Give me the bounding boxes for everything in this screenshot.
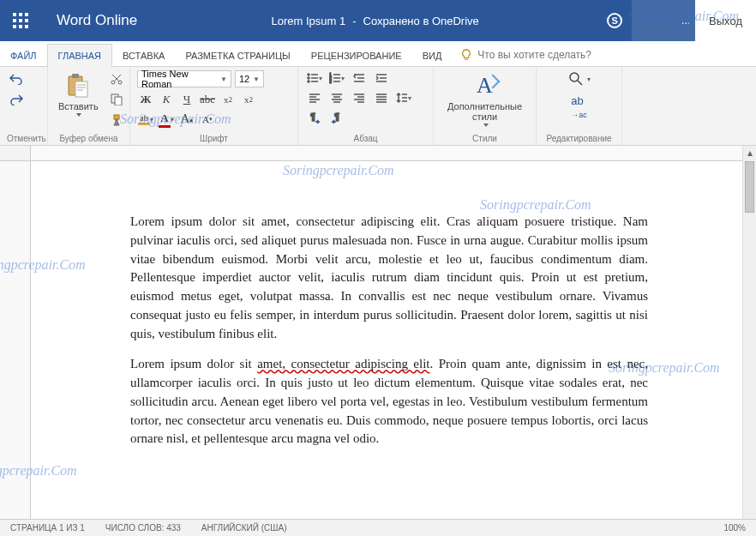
- brush-icon: [111, 114, 123, 126]
- font-size-select[interactable]: 12▼: [235, 70, 264, 87]
- tab-review[interactable]: РЕЦЕНЗИРОВАНИЕ: [301, 45, 412, 66]
- format-painter-button[interactable]: [107, 111, 126, 129]
- increase-indent-button[interactable]: [372, 70, 391, 86]
- svg-rect-8: [25, 25, 28, 28]
- tab-file[interactable]: ФАЙЛ: [0, 45, 47, 66]
- undo-button[interactable]: [7, 70, 26, 87]
- user-menu-ellipsis: ...: [681, 15, 690, 27]
- find-button[interactable]: ▾: [567, 70, 591, 87]
- group-label-editing: Редактирование: [543, 132, 615, 143]
- app-name-link[interactable]: Word Online: [41, 12, 153, 29]
- cut-button[interactable]: [107, 70, 126, 87]
- ruler-corner: [0, 146, 31, 161]
- status-word-count[interactable]: ЧИСЛО СЛОВ: 433: [95, 523, 191, 533]
- tab-home[interactable]: ГЛАВНАЯ: [47, 44, 112, 67]
- svg-rect-10: [72, 74, 79, 78]
- tell-me-search[interactable]: Что вы хотите сделать?: [452, 44, 600, 66]
- font-name-value: Times New Roman: [141, 69, 220, 89]
- font-color-button[interactable]: A▾: [158, 111, 175, 127]
- decrease-indent-button[interactable]: [350, 70, 369, 86]
- italic-button[interactable]: К: [158, 92, 175, 107]
- skype-icon: S: [607, 13, 622, 28]
- svg-rect-11: [75, 81, 87, 97]
- undo-icon: [9, 73, 23, 85]
- replace-button[interactable]: ab→ac: [571, 94, 587, 120]
- align-right-button[interactable]: [350, 90, 369, 105]
- vertical-ruler[interactable]: [0, 161, 31, 536]
- saved-location[interactable]: Сохранено в OneDrive: [363, 15, 479, 27]
- font-size-value: 12: [239, 74, 249, 84]
- superscript-button[interactable]: x2: [240, 92, 257, 107]
- align-justify-icon: [375, 92, 387, 104]
- align-center-button[interactable]: [327, 90, 346, 105]
- status-language[interactable]: АНГЛИЙСКИЙ (США): [191, 523, 297, 533]
- align-left-icon: [309, 92, 321, 104]
- copy-icon: [111, 93, 123, 105]
- skype-button[interactable]: S: [597, 0, 632, 41]
- rtl-button[interactable]: ¶: [327, 110, 346, 125]
- paste-button[interactable]: Вставить: [55, 70, 102, 118]
- group-label-font: Шрифт: [137, 132, 291, 143]
- svg-point-25: [570, 73, 579, 81]
- vertical-scrollbar[interactable]: ▴ ▾: [742, 146, 756, 536]
- horizontal-ruler[interactable]: [31, 146, 742, 161]
- font-name-select[interactable]: Times New Roman▼: [137, 70, 231, 87]
- status-zoom[interactable]: 100%: [713, 523, 756, 533]
- svg-rect-5: [25, 19, 28, 22]
- group-editing: ▾ ab→ac Редактирование: [537, 67, 622, 145]
- group-label-undo: Отменить: [7, 132, 40, 143]
- svg-point-19: [308, 81, 309, 82]
- scroll-thumb[interactable]: [745, 161, 754, 213]
- subscript-button[interactable]: x2: [219, 92, 237, 107]
- svg-point-17: [308, 74, 309, 75]
- line-spacing-button[interactable]: ▾: [394, 90, 413, 105]
- underline-button[interactable]: Ч: [178, 92, 195, 107]
- align-center-icon: [331, 92, 343, 104]
- styles-button[interactable]: A Дополнительные стили: [441, 70, 529, 129]
- scroll-up-button[interactable]: ▴: [743, 146, 756, 160]
- document-page[interactable]: Lorem ipsum dolor sit amet, consectetur …: [31, 161, 742, 536]
- svg-rect-1: [19, 13, 22, 16]
- shrink-font-button[interactable]: A▾: [199, 111, 216, 127]
- user-menu-button[interactable]: ...: [632, 0, 695, 41]
- spelling-error[interactable]: amet, consectetur adipiscing elit: [257, 357, 429, 370]
- tab-layout[interactable]: РАЗМЕТКА СТРАНИЦЫ: [175, 45, 300, 66]
- paragraph-2[interactable]: Lorem ipsum dolor sit amet, consectetur …: [130, 355, 648, 449]
- svg-text:¶: ¶: [310, 111, 315, 122]
- document-name[interactable]: Lorem Ipsum 1: [271, 15, 345, 27]
- paragraph-1[interactable]: Lorem ipsum dolor sit amet, consectetur …: [130, 213, 648, 343]
- styles-dropdown-icon: [483, 123, 489, 127]
- group-styles: A Дополнительные стили Стили: [434, 67, 537, 145]
- align-justify-button[interactable]: [372, 90, 391, 105]
- align-right-icon: [353, 92, 365, 104]
- tab-insert[interactable]: ВСТАВКА: [112, 45, 175, 66]
- svg-rect-7: [19, 25, 22, 28]
- svg-rect-0: [13, 13, 16, 16]
- bullets-button[interactable]: ▾: [305, 70, 324, 86]
- title-bar: Word Online Lorem Ipsum 1 - Сохранено в …: [0, 0, 756, 41]
- app-launcher-button[interactable]: [0, 0, 41, 41]
- copy-button[interactable]: [107, 91, 126, 108]
- align-left-button[interactable]: [305, 90, 324, 105]
- pilcrow-rtl-icon: ¶: [331, 111, 343, 123]
- grow-font-button[interactable]: A▴: [178, 111, 195, 127]
- styles-icon: A: [477, 73, 493, 99]
- svg-rect-6: [13, 25, 16, 28]
- svg-rect-4: [19, 19, 22, 22]
- group-paragraph: ▾ 123▾ ▾ ¶ ¶ Абзац: [298, 67, 434, 145]
- strikethrough-button[interactable]: abc: [199, 92, 216, 107]
- ltr-button[interactable]: ¶: [305, 110, 324, 125]
- tab-view[interactable]: ВИД: [412, 45, 453, 66]
- waffle-icon: [13, 13, 28, 28]
- bold-button[interactable]: Ж: [137, 92, 154, 107]
- redo-button[interactable]: [7, 91, 26, 108]
- highlight-swatch: [138, 123, 150, 125]
- highlight-color-button[interactable]: ab▾: [137, 111, 154, 127]
- status-page[interactable]: СТРАНИЦА 1 ИЗ 1: [0, 523, 95, 533]
- status-bar: СТРАНИЦА 1 ИЗ 1 ЧИСЛО СЛОВ: 433 АНГЛИЙСК…: [0, 519, 756, 536]
- sign-out-button[interactable]: Выход: [695, 0, 756, 41]
- numbering-button[interactable]: 123▾: [327, 70, 346, 86]
- font-color-swatch: [159, 125, 171, 128]
- title-separator: -: [352, 15, 356, 27]
- ribbon: Отменить Вставить Буфер обмена Times New…: [0, 67, 756, 146]
